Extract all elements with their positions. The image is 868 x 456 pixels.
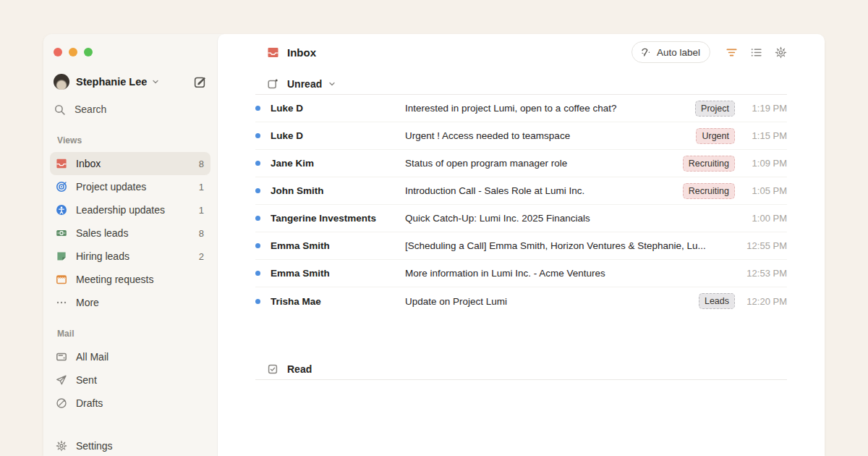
sidebar-item-sales-leads[interactable]: Sales leads 8 <box>50 221 210 245</box>
mail-section-label: Mail <box>57 329 210 339</box>
read-section-label: Read <box>287 363 312 375</box>
chevron-down-icon <box>151 77 160 86</box>
unread-count: 1 <box>199 205 204 216</box>
email-row[interactable]: John Smith Introduction Call - Sales Rol… <box>255 177 787 205</box>
sidebar-item-inbox[interactable]: Inbox 8 <box>50 152 210 175</box>
search-placeholder: Search <box>75 104 106 115</box>
email-subject: Urgent ! Access needed to teamspace <box>405 130 687 141</box>
sidebar-item-all-mail[interactable]: All Mail <box>50 345 210 368</box>
page-title: Inbox <box>287 46 316 59</box>
unread-dot-icon <box>255 106 260 111</box>
filter-icon <box>726 46 738 59</box>
sidebar-item-leadership-updates[interactable]: Leadership updates 1 <box>50 198 210 221</box>
unread-dot-icon <box>255 271 260 276</box>
sidebar-item-label: Hiring leads <box>76 250 129 262</box>
sidebar-item-meeting-requests[interactable]: Meeting requests <box>50 268 210 291</box>
email-row[interactable]: Luke D Urgent ! Access needed to teamspa… <box>255 122 787 150</box>
unread-count: 1 <box>199 182 204 193</box>
sidebar-item-drafts[interactable]: Drafts <box>50 392 210 415</box>
unread-count: 2 <box>199 251 204 262</box>
sidebar-item-settings[interactable]: Settings <box>50 434 210 456</box>
close-window-button[interactable] <box>54 48 62 56</box>
sidebar-item-label: Project updates <box>76 181 146 193</box>
email-time: 1:09 PM <box>745 158 787 169</box>
unread-dot-icon <box>255 161 260 166</box>
email-subject: More information in Lumi Inc. - Acme Ven… <box>405 268 745 279</box>
chevron-down-icon <box>328 80 336 88</box>
email-sender: Jane Kim <box>271 158 405 169</box>
email-subject: Introduction Call - Sales Role at Lumi I… <box>405 185 674 196</box>
unread-dot-icon <box>255 216 260 221</box>
sidebar-item-hiring-leads[interactable]: Hiring leads 2 <box>50 245 210 268</box>
banknote-icon <box>56 227 67 239</box>
sidebar-item-label: More <box>76 297 99 308</box>
label-badge[interactable]: Urgent <box>696 128 735 144</box>
mailbox-icon <box>56 351 67 363</box>
send-icon <box>56 374 67 386</box>
email-sender: Emma Smith <box>271 240 405 251</box>
email-row[interactable]: Trisha Mae Update on Project Lumi Leads … <box>255 287 787 315</box>
sidebar-item-sent[interactable]: Sent <box>50 368 210 392</box>
ellipsis-icon <box>56 297 67 308</box>
read-section-header[interactable]: Read <box>255 358 787 380</box>
gear-icon <box>775 46 787 59</box>
account-switcher[interactable]: Stephanie Lee <box>50 72 210 92</box>
email-subject: Quick Catch-Up: Lumi Inc. 2025 Financial… <box>405 213 745 224</box>
email-sender: Tangerine Investments <box>271 213 405 224</box>
compose-button[interactable] <box>193 75 207 89</box>
search-input[interactable]: Search <box>50 98 210 120</box>
sidebar-item-label: Sent <box>76 374 97 386</box>
unread-section-header[interactable]: Unread <box>255 73 787 95</box>
email-sender: Luke D <box>271 130 405 141</box>
email-list: Luke D Interested in project Lumi, open … <box>255 95 787 315</box>
email-time: 1:15 PM <box>745 130 787 141</box>
unread-dot-icon <box>255 133 260 138</box>
draft-pencil-icon <box>56 397 67 409</box>
app-window: Stephanie Lee Search Views Inbox 8 <box>43 34 825 456</box>
sidebar-item-label: All Mail <box>76 351 109 363</box>
label-badge[interactable]: Project <box>695 101 735 117</box>
list-view-button[interactable] <box>750 46 762 59</box>
zoom-window-button[interactable] <box>84 48 93 56</box>
sidebar: Stephanie Lee Search Views Inbox 8 <box>43 34 217 456</box>
view-settings-button[interactable] <box>775 46 787 59</box>
email-time: 1:19 PM <box>745 103 787 114</box>
header-actions: Auto label <box>631 41 787 63</box>
email-sender: Luke D <box>271 103 405 114</box>
email-row[interactable]: Emma Smith More information in Lumi Inc.… <box>255 260 787 287</box>
email-row[interactable]: Tangerine Investments Quick Catch-Up: Lu… <box>255 205 787 232</box>
auto-label-button[interactable]: Auto label <box>631 41 710 63</box>
email-row[interactable]: Luke D Interested in project Lumi, open … <box>255 95 787 122</box>
sidebar-item-label: Inbox <box>76 158 101 169</box>
sidebar-item-label: Settings <box>76 440 113 452</box>
email-time: 1:00 PM <box>745 213 787 224</box>
filter-button[interactable] <box>726 46 738 59</box>
label-badge[interactable]: Leads <box>699 293 735 309</box>
email-subject: [Scheduling a Call] Emma Smith, Horizon … <box>405 240 745 251</box>
label-badge[interactable]: Recruiting <box>683 156 735 172</box>
minimize-window-button[interactable] <box>69 48 77 56</box>
auto-label-button-label: Auto label <box>657 47 700 58</box>
sidebar-item-project-updates[interactable]: Project updates 1 <box>50 175 210 198</box>
email-subject: Update on Project Lumi <box>405 296 690 307</box>
wand-icon <box>640 46 652 58</box>
email-row[interactable]: Emma Smith [Scheduling a Call] Emma Smit… <box>255 232 787 260</box>
note-icon <box>56 250 67 262</box>
unread-count: 8 <box>199 159 204 169</box>
target-icon <box>56 181 67 193</box>
unread-icon <box>267 78 278 90</box>
unread-count: 8 <box>199 228 204 239</box>
person-circle-icon <box>56 204 67 216</box>
profile-name: Stephanie Lee <box>76 76 147 88</box>
label-badge[interactable]: Recruiting <box>683 183 735 199</box>
unread-section-label: Unread <box>287 78 322 90</box>
email-sender: Emma Smith <box>271 268 405 279</box>
email-time: 12:55 PM <box>745 240 787 251</box>
inbox-icon <box>267 46 279 59</box>
spacer <box>255 315 787 348</box>
avatar <box>54 74 69 90</box>
email-row[interactable]: Jane Kim Status of open program manager … <box>255 150 787 177</box>
sidebar-item-more[interactable]: More <box>50 291 210 314</box>
gear-icon <box>56 440 67 452</box>
email-sender: John Smith <box>271 185 405 196</box>
